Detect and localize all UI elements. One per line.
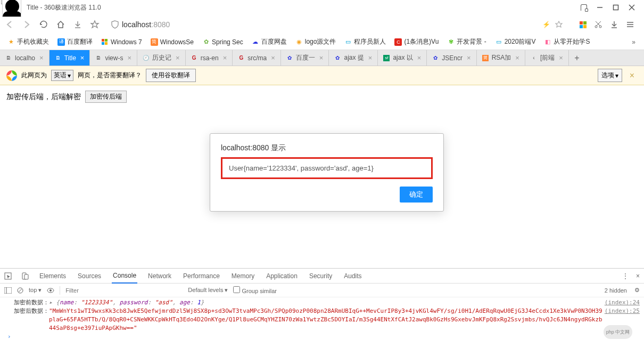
- tab[interactable]: 🕘历史记×: [137, 50, 186, 66]
- devtools-more-icon[interactable]: ⋮: [622, 272, 629, 280]
- tab-close-icon[interactable]: ×: [515, 54, 519, 62]
- device-icon[interactable]: [21, 272, 29, 280]
- tab[interactable]: ‹[前端×: [525, 50, 569, 66]
- dialog-title: localhost:8080 显示: [221, 143, 433, 153]
- devtools-tab-elements[interactable]: Elements: [38, 269, 67, 284]
- console-sidebar-icon[interactable]: [4, 287, 12, 294]
- stop-download-button[interactable]: [72, 19, 83, 30]
- panel-toggle-icon[interactable]: [580, 4, 588, 11]
- tab-close-icon[interactable]: ×: [176, 54, 180, 62]
- source-link[interactable]: (index):24: [605, 298, 640, 307]
- dialog-ok-button[interactable]: 确定: [400, 187, 433, 203]
- tab[interactable]: 简RSA加×: [477, 50, 525, 66]
- tab[interactable]: ✿ajax 提×: [329, 50, 378, 66]
- tab-close-icon[interactable]: ×: [271, 54, 275, 62]
- bookmarks-overflow[interactable]: »: [628, 38, 640, 46]
- star-icon: ★: [7, 38, 15, 46]
- translate-options-button[interactable]: 选项▾: [598, 69, 622, 82]
- tab-close-icon[interactable]: ×: [319, 54, 324, 62]
- bookmark-item[interactable]: ★手机收藏夹: [4, 36, 52, 48]
- tab-close-icon[interactable]: ×: [80, 54, 85, 62]
- context-select[interactable]: top ▾: [29, 287, 42, 294]
- spring-icon: ✿: [202, 38, 210, 46]
- bookmark-item[interactable]: 译百度翻译: [54, 36, 96, 48]
- levels-select[interactable]: Default levels ▾: [188, 287, 228, 294]
- favorite-button[interactable]: [89, 19, 100, 30]
- scissors-icon[interactable]: [594, 20, 602, 29]
- lightning-icon[interactable]: ⚡: [542, 21, 550, 28]
- language-select[interactable]: 英语▾: [51, 70, 73, 81]
- devtools-tab-console[interactable]: Console: [112, 269, 137, 284]
- bookmark-item[interactable]: C(1条消息)Vu: [391, 36, 442, 48]
- bookmark-item[interactable]: ◉logo源文件: [292, 36, 340, 48]
- console-object[interactable]: ▸ {name: "1223334", password: "asd", age…: [49, 298, 204, 307]
- page-icon: 🗎: [55, 55, 61, 61]
- bookmark-label: 百度翻译: [67, 37, 93, 46]
- history-icon: 🕘: [143, 55, 149, 61]
- tab-close-icon[interactable]: ×: [417, 54, 422, 62]
- bookmark-item[interactable]: ▭程序员新人: [341, 36, 389, 48]
- hidden-count[interactable]: 2 hidden: [605, 287, 627, 294]
- profile-avatar[interactable]: 社: [2, 0, 21, 17]
- tab[interactable]: sfajax 以×: [378, 50, 427, 66]
- tab-close-icon[interactable]: ×: [223, 54, 227, 62]
- tab[interactable]: Grsa-en×: [186, 50, 233, 66]
- tab[interactable]: 🗎view-s×: [90, 50, 137, 66]
- bookmark-label: 手机收藏夹: [17, 37, 49, 46]
- bookmark-item[interactable]: ✾开发背景 -: [444, 36, 489, 48]
- translate-button[interactable]: 使用谷歌翻译: [146, 69, 196, 82]
- live-expression-icon[interactable]: [47, 288, 54, 293]
- segmentfault-icon: sf: [383, 55, 390, 61]
- chevron-icon: ‹: [531, 55, 537, 61]
- tab-close-icon[interactable]: ×: [39, 54, 44, 62]
- tab-close-icon[interactable]: ×: [127, 54, 131, 62]
- encrypt-button[interactable]: 加密传后端: [85, 91, 127, 103]
- bookmark-item[interactable]: Windows 7: [98, 36, 145, 48]
- home-button[interactable]: [55, 19, 66, 30]
- group-similar-checkbox[interactable]: Group similar: [233, 286, 276, 294]
- close-button[interactable]: [628, 4, 635, 11]
- console-prompt[interactable]: ›: [4, 333, 640, 341]
- devtools-tab-security[interactable]: Security: [308, 269, 333, 284]
- bookmark-item[interactable]: 简WindowsSe: [147, 36, 197, 48]
- baidu-icon: ☁: [252, 38, 259, 46]
- tab[interactable]: 🗎Title×: [49, 50, 90, 66]
- devtools-tab-sources[interactable]: Sources: [77, 269, 102, 284]
- tab[interactable]: ✿百度一×: [281, 50, 329, 66]
- devtools-tab-memory[interactable]: Memory: [230, 269, 255, 284]
- bookmark-star-icon[interactable]: [555, 20, 563, 29]
- tab[interactable]: Gsrc/ma×: [233, 50, 281, 66]
- tab-close-icon[interactable]: ×: [559, 54, 563, 62]
- devtools-tab-audits[interactable]: Audits: [343, 269, 362, 284]
- page-content: 加密传后端，后端解密 加密传后端 localhost:8080 显示 User{…: [0, 85, 644, 268]
- tab-close-icon[interactable]: ×: [467, 54, 471, 62]
- devtools-tab-application[interactable]: Application: [265, 269, 299, 284]
- bookmark-item[interactable]: ▭2020前端V: [492, 36, 539, 48]
- devtools-close-icon[interactable]: ×: [636, 272, 640, 280]
- download-icon[interactable]: [610, 20, 618, 29]
- bookmark-item[interactable]: ☁百度网盘: [249, 36, 290, 48]
- console-filter-input[interactable]: [65, 287, 183, 294]
- bookmark-item[interactable]: ✿Spring Sec: [199, 36, 246, 48]
- inspect-icon[interactable]: [4, 272, 12, 280]
- minimize-button[interactable]: [596, 4, 604, 11]
- forward-button[interactable]: [21, 19, 32, 30]
- translate-close-icon[interactable]: ×: [626, 71, 638, 80]
- console-output: 加密前数据： ▸ {name: "1223334", password: "as…: [0, 297, 644, 342]
- new-tab-button[interactable]: +: [569, 50, 585, 66]
- menu-icon[interactable]: [626, 20, 634, 29]
- bookmark-item[interactable]: ◧从零开始学S: [541, 36, 593, 48]
- source-link[interactable]: (index):25: [605, 307, 640, 315]
- tab-close-icon[interactable]: ×: [368, 54, 373, 62]
- clear-console-icon[interactable]: [17, 287, 23, 294]
- address-bar[interactable]: localhost:8080 ⚡: [106, 17, 568, 32]
- tab[interactable]: 🗎localho×: [0, 50, 49, 66]
- console-settings-icon[interactable]: ⚙: [634, 287, 640, 294]
- tab[interactable]: ✿JSEncr×: [427, 50, 476, 66]
- maximize-button[interactable]: [612, 4, 620, 11]
- apps-icon[interactable]: [580, 21, 587, 28]
- devtools-tab-performance[interactable]: Performance: [182, 269, 221, 284]
- devtools-tab-network[interactable]: Network: [147, 269, 172, 284]
- back-button[interactable]: [4, 19, 15, 30]
- reload-button[interactable]: [38, 19, 49, 30]
